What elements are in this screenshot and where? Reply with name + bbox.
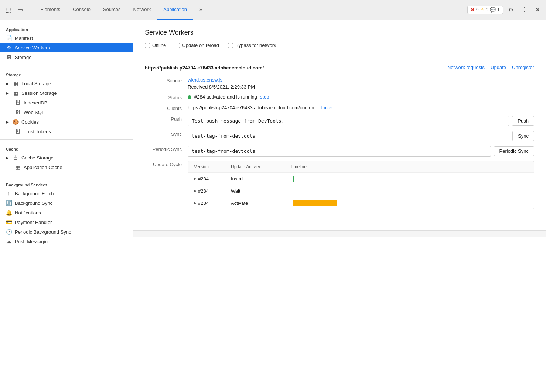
toolbar-tabs: Elements Console Sources Network Applica… [34,0,466,20]
version-activate[interactable]: ▶ #284 [194,200,231,206]
version-install[interactable]: ▶ #284 [194,176,231,182]
sidebar-item-cache-storage[interactable]: ▶ 🗄 Cache Storage [0,153,133,162]
update-on-reload-checkbox-label[interactable]: Update on reload [175,42,219,48]
status-value: #284 activated and is running stop [188,94,534,100]
storage-main-icon: 🗄 [6,54,12,60]
sidebar-label-bg-fetch: Background Fetch [15,191,54,196]
clients-label: Clients [145,105,182,111]
sidebar-item-bg-fetch[interactable]: ↕ Background Fetch [0,189,133,198]
checkbox-row: Offline Update on reload Bypass for netw… [145,42,534,48]
trust-tokens-icon: 🗄 [15,128,21,134]
sidebar-item-manifest[interactable]: 📄 Manifest [0,33,133,43]
update-link[interactable]: Update [491,65,506,70]
clients-url: https://publish-p24704-e76433.adobeaemcl… [188,105,318,110]
version-wait[interactable]: ▶ #284 [194,188,231,194]
bypass-for-network-checkbox[interactable] [228,43,233,48]
session-storage-icon: ▦ [13,90,18,96]
focus-link[interactable]: focus [321,105,332,110]
push-input-row: Push [188,116,534,126]
sidebar-item-periodic-bg-sync[interactable]: 🕐 Periodic Background Sync [0,227,133,237]
divider-1 [0,65,133,65]
push-button[interactable]: Push [512,116,534,126]
cursor-icon[interactable]: ⬚ [3,5,13,15]
version-num-install: #284 [198,176,209,182]
service-workers-icon: ⚙ [6,45,12,51]
timeline-tick-gray [293,188,293,194]
status-row-inner: #284 activated and is running stop [188,94,534,100]
sync-value: Sync [188,131,534,141]
sidebar-item-indexeddb[interactable]: 🗄 IndexedDB [0,98,133,107]
tab-application[interactable]: Application [157,0,193,20]
periodic-sync-input[interactable] [188,146,491,157]
version-num-wait: #284 [198,188,209,194]
error-icon: ✖ [471,7,475,13]
sidebar-item-push-messaging[interactable]: ☁ Push Messaging [0,237,133,246]
sidebar-item-bg-sync[interactable]: 🔄 Background Sync [0,198,133,208]
tab-console[interactable]: Console [67,0,96,20]
bypass-for-network-checkbox-label[interactable]: Bypass for network [228,42,276,48]
sidebar-item-session-storage[interactable]: ▶ ▦ Session Storage [0,88,133,98]
sw-url: https://publish-p24704-e76433.adobeaemcl… [145,65,264,71]
update-cycle-row-wait: ▶ #284 Wait [188,185,534,197]
version-arrow-install: ▶ [194,177,197,180]
update-cycle-table: Version Update Activity Timeline ▶ #284 … [188,161,534,209]
cookies-icon: 🍪 [13,119,18,125]
push-value: Push [188,116,534,126]
sidebar-label-app-cache: Application Cache [24,165,62,170]
sidebar-item-web-sql[interactable]: 🗄 Web SQL [0,107,133,117]
update-on-reload-checkbox[interactable] [175,43,180,48]
sync-row: Sync Sync [145,131,534,141]
sidebar-item-notifications[interactable]: 🔔 Notifications [0,208,133,217]
source-link[interactable]: wknd.us.ensw.js [188,77,222,83]
sidebar-item-service-workers[interactable]: ⚙ Service Workers [0,43,133,52]
received-text: Received 8/5/2021, 2:29:33 PM [188,84,534,90]
expand-cookies-icon: ▶ [6,120,9,124]
tab-network[interactable]: Network [127,0,157,20]
close-button[interactable]: ✕ [532,4,543,16]
tab-sources[interactable]: Sources [97,0,127,20]
divider-3 [0,175,133,175]
activity-install: Install [231,176,290,182]
status-label: Status [145,94,182,100]
settings-button[interactable]: ⚙ [505,4,516,16]
expand-cache-storage-icon: ▶ [6,156,9,160]
stop-link[interactable]: stop [260,94,269,100]
more-button[interactable]: ⋮ [519,4,530,16]
local-storage-icon: ▦ [13,80,18,86]
offline-label: Offline [152,42,166,48]
mobile-icon[interactable]: ▭ [15,5,25,15]
offline-checkbox[interactable] [145,43,150,48]
clients-row-inner: https://publish-p24704-e76433.adobeaemcl… [188,105,534,110]
status-row: Status #284 activated and is running sto… [145,94,534,100]
app-cache-icon: ▦ [15,164,21,170]
bottom-bar [133,230,546,237]
update-cycle-header: Version Update Activity Timeline [188,161,534,173]
network-requests-link[interactable]: Network requests [447,65,485,70]
sidebar-label-periodic-bg-sync: Periodic Background Sync [15,229,71,235]
error-badge[interactable]: ✖ 9 ⚠ 2 💬 1 [467,6,503,14]
page-title: Service Workers [145,29,534,37]
sidebar-item-local-storage[interactable]: ▶ ▦ Local Storage [0,79,133,88]
timeline-install [290,176,528,182]
tab-more[interactable]: » [194,0,208,20]
indexeddb-icon: 🗄 [15,100,21,106]
sync-button[interactable]: Sync [512,131,534,141]
unregister-link[interactable]: Unregister [512,65,534,70]
sidebar-item-trust-tokens[interactable]: 🗄 Trust Tokens [0,127,133,136]
sidebar-item-app-cache[interactable]: ▦ Application Cache [0,162,133,172]
sidebar-item-payment-handler[interactable]: 💳 Payment Handler [0,217,133,227]
notifications-icon: 🔔 [6,210,12,216]
sidebar-item-cookies[interactable]: ▶ 🍪 Cookies [0,117,133,127]
sync-input[interactable] [188,131,509,141]
sw-header: https://publish-p24704-e76433.adobeaemcl… [145,65,534,71]
periodic-sync-button[interactable]: Periodic Sync [494,146,534,156]
sidebar: Application 📄 Manifest ⚙ Service Workers… [0,20,133,392]
sidebar-label-service-workers: Service Workers [15,45,50,51]
activity-activate: Activate [231,200,290,206]
push-input[interactable] [188,116,509,126]
offline-checkbox-label[interactable]: Offline [145,42,166,48]
tab-elements[interactable]: Elements [34,0,66,20]
main-layout: Application 📄 Manifest ⚙ Service Workers… [0,20,546,392]
sidebar-item-storage-main[interactable]: 🗄 Storage [0,52,133,62]
timeline-wait [290,188,528,194]
